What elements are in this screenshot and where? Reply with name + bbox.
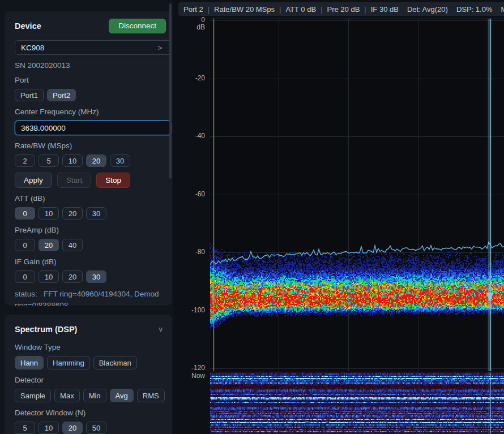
y-axis: 0-20-40-60-80-100-120dBNow xyxy=(173,0,208,434)
center-frequency-label: Center Frequency (MHz) xyxy=(15,108,166,116)
device-panel-title: Device xyxy=(10,22,41,31)
apply-button[interactable]: Apply xyxy=(15,173,52,188)
preamp-button-20[interactable]: 20 xyxy=(39,239,59,251)
detwin-button-20[interactable]: 20 xyxy=(62,422,83,434)
y-tick-label: -60 xyxy=(177,190,205,198)
window-button-hann[interactable]: Hann xyxy=(15,356,44,369)
device-panel: Device Disconnect KC908 > SN 2002020013 … xyxy=(5,11,172,306)
rate-button-20[interactable]: 20 xyxy=(86,154,106,167)
ifgain-button-30[interactable]: 30 xyxy=(86,270,106,283)
ifgain-label: IF Gain (dB) xyxy=(15,257,166,266)
y-tick-label: Now xyxy=(177,372,205,380)
att-button-20[interactable]: 20 xyxy=(62,207,83,220)
status-text: status: FFT ring=40960/4194304, Demod ri… xyxy=(15,289,169,306)
status-item: Det: Avg(20) xyxy=(407,5,448,14)
detector-button-max[interactable]: Max xyxy=(54,389,80,402)
detwin-button-50[interactable]: 50 xyxy=(86,422,106,434)
ifgain-button-20[interactable]: 20 xyxy=(62,270,83,283)
device-select[interactable]: KC908 > xyxy=(15,40,172,55)
rate-button-5[interactable]: 5 xyxy=(39,154,59,167)
preamp-buttons: 02040 xyxy=(15,239,166,251)
status-item: IF 30 dB xyxy=(371,5,399,14)
chart-area: Port 2|Rate/BW 20 MSps|ATT 0 dB|Pre 20 d… xyxy=(173,0,504,434)
preamp-label: PreAmp (dB) xyxy=(15,226,166,234)
status-separator: | xyxy=(279,5,281,14)
port-button-port2[interactable]: Port2 xyxy=(47,89,76,101)
att-button-10[interactable]: 10 xyxy=(39,207,59,220)
port-buttons: Port1Port2 xyxy=(15,89,166,101)
window-button-hamming[interactable]: Hamming xyxy=(47,356,90,369)
status-item: Rate/BW 20 MSps xyxy=(214,5,275,14)
att-button-30[interactable]: 30 xyxy=(86,207,106,220)
ifgain-button-0[interactable]: 0 xyxy=(15,270,35,283)
sidebar-scrollbar-thumb[interactable] xyxy=(169,3,172,179)
status-bar: Port 2|Rate/BW 20 MSps|ATT 0 dB|Pre 20 d… xyxy=(178,2,504,16)
detector-window-buttons: 5102050 xyxy=(15,422,166,434)
rate-button-2[interactable]: 2 xyxy=(15,154,35,167)
status-item: Pre 20 dB xyxy=(327,5,360,14)
detector-label: Detector xyxy=(15,376,166,384)
y-tick-label: -20 xyxy=(177,74,205,82)
detwin-button-10[interactable]: 10 xyxy=(39,422,59,434)
spectrum-plot[interactable] xyxy=(210,18,504,371)
status-separator: | xyxy=(364,5,366,14)
detwin-button-5[interactable]: 5 xyxy=(15,422,35,434)
device-select-value: KC908 xyxy=(21,44,44,52)
att-buttons: 0102030 xyxy=(15,207,166,220)
y-tick-label: 0 xyxy=(177,16,205,24)
status-label: status: xyxy=(15,290,37,298)
status-item: ATT 0 dB xyxy=(285,5,316,14)
status-item: MaxFPS: 30 xyxy=(501,5,504,14)
detector-window-label: Detector Window (N) xyxy=(15,409,166,417)
start-button[interactable]: Start xyxy=(57,173,92,188)
sidebar: Device Disconnect KC908 > SN 2002020013 … xyxy=(0,0,173,434)
window-button-blackman[interactable]: Blackman xyxy=(93,356,137,369)
rate-bw-label: Rate/BW (MSps) xyxy=(15,141,166,150)
stop-button[interactable]: Stop xyxy=(96,173,130,188)
chevron-down-icon[interactable]: v xyxy=(159,325,166,333)
status-separator: | xyxy=(208,5,210,14)
window-type-buttons: HannHammingBlackman xyxy=(15,356,166,369)
detector-buttons: SampleMaxMinAvgRMS xyxy=(15,389,166,402)
y-tick-label: dB xyxy=(177,23,205,31)
port-label: Port xyxy=(15,76,166,84)
y-tick-label: -40 xyxy=(177,132,205,140)
spectrum-dsp-panel: Spectrum (DSP) v Window Type HannHamming… xyxy=(5,315,172,434)
serial-number: SN 2002020013 xyxy=(15,61,166,70)
ifgain-buttons: 0102030 xyxy=(15,270,166,283)
port-button-port1[interactable]: Port1 xyxy=(15,89,44,101)
detector-button-min[interactable]: Min xyxy=(83,389,106,402)
ifgain-button-10[interactable]: 10 xyxy=(39,270,59,283)
y-tick-label: -80 xyxy=(177,248,205,256)
window-type-label: Window Type xyxy=(15,343,166,351)
waterfall[interactable] xyxy=(210,372,504,434)
rate-button-30[interactable]: 30 xyxy=(110,154,130,167)
center-frequency-input[interactable] xyxy=(15,121,172,135)
att-button-0[interactable]: 0 xyxy=(15,207,35,220)
rate-button-10[interactable]: 10 xyxy=(62,154,83,167)
preamp-button-40[interactable]: 40 xyxy=(62,239,83,251)
disconnect-button[interactable]: Disconnect xyxy=(109,19,166,33)
att-label: ATT (dB) xyxy=(15,194,166,203)
detector-button-avg[interactable]: Avg xyxy=(110,389,134,402)
preamp-button-0[interactable]: 0 xyxy=(15,239,35,251)
detector-button-sample[interactable]: Sample xyxy=(15,389,51,402)
y-tick-label: -120 xyxy=(177,364,205,372)
status-separator: | xyxy=(321,5,322,14)
y-tick-label: -100 xyxy=(177,306,205,314)
chevron-right-icon: > xyxy=(157,44,165,52)
detector-button-rms[interactable]: RMS xyxy=(137,389,165,402)
status-item: DSP: 1.0% xyxy=(456,5,493,14)
spectrum-dsp-title: Spectrum (DSP) xyxy=(10,325,77,334)
rate-buttons: 25102030 xyxy=(15,154,166,167)
